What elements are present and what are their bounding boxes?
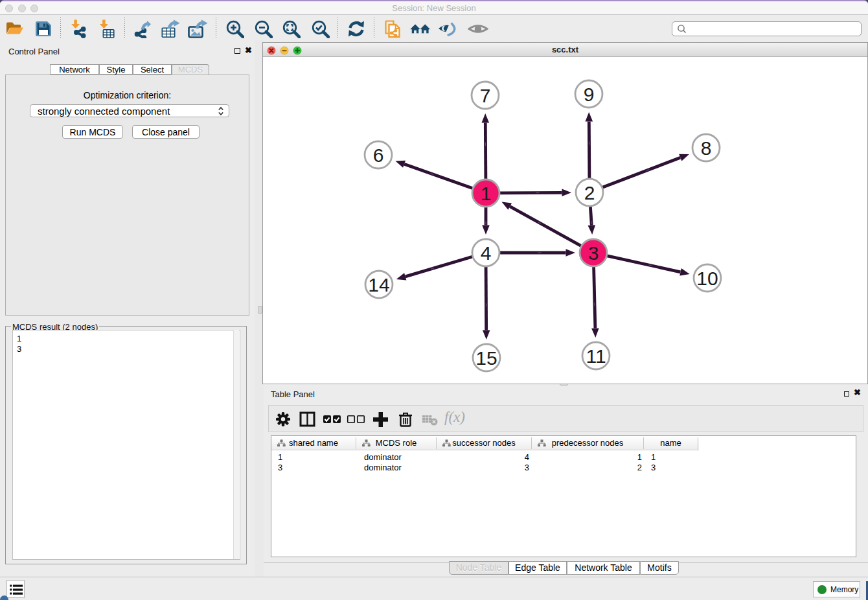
svg-text:15: 15: [475, 347, 497, 369]
svg-text:2: 2: [584, 182, 595, 203]
svg-text:3: 3: [588, 242, 599, 264]
svg-text:1: 1: [481, 183, 492, 204]
svg-text:6: 6: [373, 144, 384, 166]
svg-text:8: 8: [701, 137, 712, 159]
svg-text:11: 11: [586, 345, 606, 367]
svg-text:4: 4: [481, 242, 492, 264]
svg-text:10: 10: [696, 268, 718, 289]
svg-text:9: 9: [584, 84, 595, 105]
svg-text:14: 14: [368, 274, 389, 295]
svg-text:7: 7: [480, 85, 491, 106]
